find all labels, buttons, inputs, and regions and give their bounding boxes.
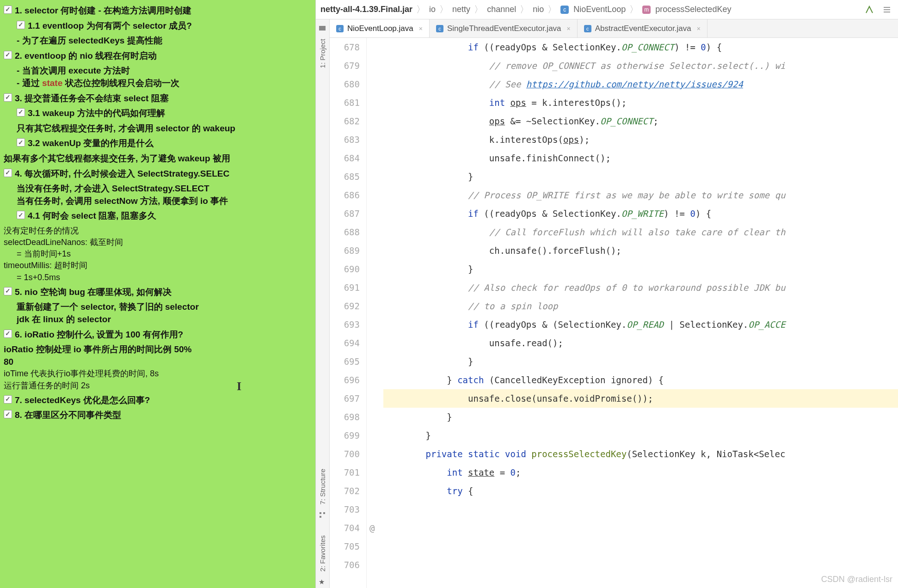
project-tab[interactable]: 1: Project	[318, 34, 327, 73]
breadcrumb: netty-all-4.1.39.Final.jar〉 io〉 netty〉 c…	[316, 0, 898, 19]
note-6-p3: ioTime 代表执行io事件处理耗费的时间, 8s	[4, 368, 312, 380]
tab-abstract[interactable]: cAbstractEventExecutor.java×	[578, 19, 707, 37]
svg-rect-3	[319, 26, 326, 31]
note-5-sub2: jdk 在 linux 的 selector	[4, 313, 312, 326]
code-editor[interactable]: 6786796806816826836846856866876886896906…	[330, 38, 898, 588]
crumb-jar[interactable]: netty-all-4.1.39.Final.jar	[320, 5, 412, 14]
checkbox[interactable]: ✓	[4, 6, 12, 14]
note-1-1: 1.1 eventloop 为何有两个 selector 成员?	[28, 20, 192, 32]
crumb-io[interactable]: io	[429, 5, 436, 14]
note-4: 4. 每次循环时, 什么时候会进入 SelectStrategy.SELEC	[15, 168, 229, 180]
method-icon: m	[642, 6, 651, 14]
gutter-icons: @	[367, 38, 381, 588]
ide-panel: netty-all-4.1.39.Final.jar〉 io〉 netty〉 c…	[315, 0, 898, 588]
crumb-class[interactable]: NioEventLoop	[573, 5, 626, 14]
gutter: 6786796806816826836846856866876886896906…	[330, 38, 367, 588]
note-4-1-p2: selectDeadLineNanos: 截至时间	[4, 237, 312, 248]
svg-rect-1	[884, 9, 890, 10]
note-6-p1: ioRatio 控制处理 io 事件所占用的时间比例 50%	[4, 343, 312, 356]
note-4-sub1: 当没有任务时, 才会进入 SelectStrategy.SELECT	[4, 183, 312, 195]
class-icon: c	[560, 6, 569, 14]
note-3-2: 3.2 wakenUp 变量的作用是什么	[28, 137, 154, 150]
note-7: 7. selectedKeys 优化是怎么回事?	[15, 394, 150, 407]
note-2: 2. eventloop 的 nio 线程在何时启动	[15, 50, 157, 62]
note-3: 3. 提交普通任务会不会结束 select 阻塞	[15, 92, 169, 105]
note-6: 6. ioRatio 控制什么, 设置为 100 有何作用?	[15, 329, 183, 341]
note-6-p4: 运行普通任务的时间 2s	[4, 380, 312, 392]
text-cursor-icon: I	[237, 378, 241, 395]
favorites-tab[interactable]: 2: Favorites	[318, 531, 327, 576]
note-1-1-sub: - 为了在遍历 selectedKeys 提高性能	[4, 35, 312, 47]
tab-nioeventloop[interactable]: cNioEventLoop.java×	[330, 19, 430, 37]
close-icon[interactable]: ×	[567, 25, 571, 32]
note-3-1-sub: 只有其它线程提交任务时, 才会调用 selector 的 wakeup	[4, 122, 312, 135]
class-file-icon: c	[584, 25, 591, 32]
source[interactable]: if ((readyOps & SelectionKey.OP_CONNECT)…	[381, 38, 898, 588]
note-5: 5. nio 空轮询 bug 在哪里体现, 如何解决	[15, 286, 172, 299]
folder-icon	[319, 24, 327, 32]
tab-singlethread[interactable]: cSingleThreadEventExecutor.java×	[430, 19, 578, 37]
class-file-icon: c	[436, 25, 443, 32]
crumb-method[interactable]: processSelectedKey	[655, 5, 731, 14]
svg-rect-2	[884, 12, 890, 12]
note-8: 8. 在哪里区分不同事件类型	[15, 409, 121, 422]
note-4-1-p3: = 当前时间+1s	[4, 248, 312, 260]
note-4-1-p5: = 1s+0.5ms	[4, 272, 312, 283]
checkbox[interactable]: ✓	[4, 169, 12, 177]
checkbox[interactable]: ✓	[17, 21, 25, 29]
crumb-channel[interactable]: channel	[487, 5, 516, 14]
checkbox[interactable]: ✓	[17, 211, 25, 219]
star-icon: ★	[319, 578, 327, 586]
note-4-1-p1: 没有定时任务的情况	[4, 225, 312, 237]
close-icon[interactable]: ×	[419, 25, 423, 32]
build-icon[interactable]	[863, 3, 876, 16]
note-6-p2: 80	[4, 356, 312, 368]
svg-rect-5	[323, 512, 325, 514]
checkbox[interactable]: ✓	[4, 395, 12, 404]
checkbox[interactable]: ✓	[17, 138, 25, 147]
note-3-2-sub: 如果有多个其它线程都来提交任务, 为了避免 wakeup 被用	[4, 153, 312, 165]
checkbox[interactable]: ✓	[4, 51, 12, 59]
note-1: 1. selector 何时创建 - 在构造方法调用时创建	[15, 5, 191, 17]
structure-tab[interactable]: 7: Structure	[318, 464, 327, 509]
watermark: CSDN @radient-lsr	[821, 575, 892, 584]
svg-rect-4	[320, 512, 321, 514]
svg-rect-6	[320, 516, 321, 518]
checkbox[interactable]: ✓	[4, 287, 12, 295]
svg-rect-0	[884, 7, 890, 8]
class-file-icon: c	[336, 25, 344, 32]
more-icon[interactable]	[880, 3, 893, 16]
checkbox[interactable]: ✓	[4, 410, 12, 418]
note-2-sub2: - 通过 state 状态位控制线程只会启动一次	[4, 77, 312, 90]
note-4-1: 4.1 何时会 select 阻塞, 阻塞多久	[28, 210, 156, 222]
checkbox[interactable]: ✓	[4, 330, 12, 338]
editor-tabs: cNioEventLoop.java× cSingleThreadEventEx…	[330, 19, 898, 38]
checkbox[interactable]: ✓	[4, 93, 12, 102]
close-icon[interactable]: ×	[697, 25, 701, 32]
tool-window-bar: 1: Project 7: Structure 2: Favorites ★	[316, 19, 330, 588]
note-3-1: 3.1 wakeup 方法中的代码如何理解	[28, 107, 165, 120]
structure-icon	[319, 511, 327, 520]
crumb-netty[interactable]: netty	[452, 5, 470, 14]
crumb-nio[interactable]: nio	[533, 5, 544, 14]
note-2-sub1: - 当首次调用 execute 方法时	[4, 65, 312, 77]
notes-panel: ✓1. selector 何时创建 - 在构造方法调用时创建 ✓1.1 even…	[0, 0, 315, 588]
note-5-sub1: 重新创建了一个 selector, 替换了旧的 selector	[4, 301, 312, 313]
note-4-1-p4: timeoutMillis: 超时时间	[4, 260, 312, 271]
note-4-sub2: 当有任务时, 会调用 selectNow 方法, 顺便拿到 io 事件	[4, 195, 312, 208]
checkbox[interactable]: ✓	[17, 108, 25, 116]
